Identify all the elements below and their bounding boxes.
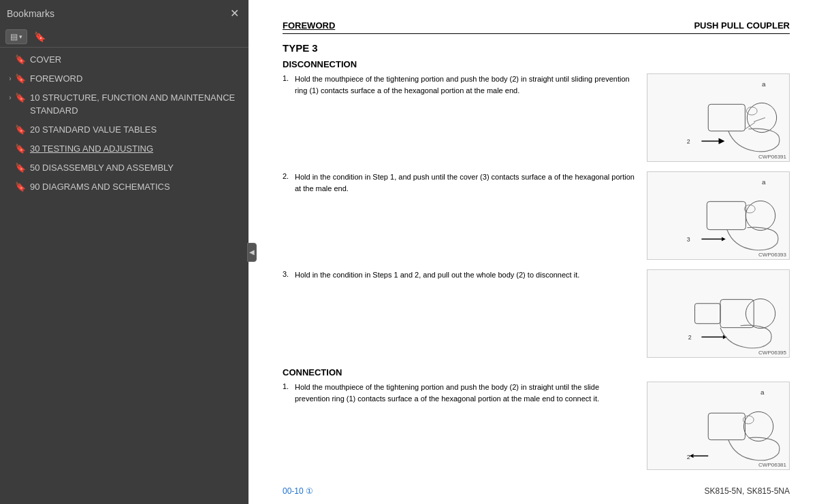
bookmark-list: › 🔖 COVER › 🔖 FOREWORD › 🔖 10 STRUCTURE,… xyxy=(0,48,249,504)
sidebar-title: Bookmarks xyxy=(7,8,54,19)
bookmark-flag-icon: 🔖 xyxy=(15,73,26,85)
step-2-image: a 3 CWP06393 xyxy=(647,171,790,260)
sidebar-item-label: 50 DISASSEMBLY AND ASSEMBLY xyxy=(30,162,243,174)
step-1-content: Hold the mouthpiece of the tightening po… xyxy=(295,73,636,96)
sidebar-item-label: 90 DIAGRAMS AND SCHEMATICS xyxy=(30,181,243,193)
image-code-3: CWP06395 xyxy=(758,350,786,356)
sidebar: Bookmarks ✕ ▤ ▾ 🔖 › 🔖 COVER › 🔖 FOREWORD… xyxy=(0,0,249,504)
connection-title: CONNECTION xyxy=(283,367,790,377)
sidebar-item-label: COVER xyxy=(30,54,243,66)
chevron-icon: › xyxy=(5,92,15,102)
view-options-button[interactable]: ▤ ▾ xyxy=(5,29,27,44)
svg-text:2: 2 xyxy=(687,138,690,145)
close-button[interactable]: ✕ xyxy=(227,5,242,21)
sidebar-item-label: 10 STRUCTURE, FUNCTION AND MAINTENANCE S… xyxy=(30,92,243,116)
step-3-number: 3. xyxy=(283,269,292,278)
sidebar-item-label: 30 TESTING AND ADJUSTING xyxy=(30,143,243,155)
page-viewer[interactable]: FOREWORD PUSH PULL COUPLER TYPE 3 DISCON… xyxy=(249,0,817,504)
sidebar-item-foreword[interactable]: › 🔖 FOREWORD xyxy=(0,69,249,88)
footer-page-number: 00-10 ① xyxy=(283,486,313,496)
bookmark-icon: 🔖 xyxy=(34,31,46,42)
sidebar-item-label: FOREWORD xyxy=(30,73,243,85)
dropdown-arrow-icon: ▾ xyxy=(19,33,22,40)
step-1-image: a 2 xyxy=(647,73,790,162)
svg-text:a: a xyxy=(762,80,766,88)
sidebar-item-standard[interactable]: › 🔖 20 STANDARD VALUE TABLES xyxy=(0,120,249,139)
connection-step-1-number: 1. xyxy=(283,382,292,390)
bookmark-add-button[interactable]: 🔖 xyxy=(30,29,50,44)
image-code-2: CWP06393 xyxy=(758,252,786,258)
grid-icon: ▤ xyxy=(10,32,18,41)
svg-rect-9 xyxy=(648,172,789,259)
bookmark-flag-icon: 🔖 xyxy=(15,124,26,136)
sidebar-item-diagrams[interactable]: › 🔖 90 DIAGRAMS AND SCHEMATICS xyxy=(0,178,249,197)
step-3-block: 3. Hold in the condition in Steps 1 and … xyxy=(283,269,790,358)
sidebar-item-disassembly[interactable]: › 🔖 50 DISASSEMBLY AND ASSEMBLY xyxy=(0,158,249,178)
connection-step-1-block: 1. Hold the mouthpiece of the tightening… xyxy=(283,382,790,470)
svg-rect-0 xyxy=(648,74,789,161)
step-2-text: 2. Hold in the condition in Step 1, and … xyxy=(283,171,636,194)
disconnection-title: DISCONNECTION xyxy=(283,59,790,69)
svg-text:3: 3 xyxy=(687,236,690,243)
step-1-block: 1. Hold the mouthpiece of the tightening… xyxy=(283,73,790,162)
header-left: FOREWORD xyxy=(283,20,335,31)
step-3-content: Hold in the condition in Steps 1 and 2, … xyxy=(295,269,579,281)
connection-image-code-1: CWP06381 xyxy=(758,462,786,468)
connection-step-1-image: a 2 CWP06381 xyxy=(647,382,790,470)
sidebar-toolbar: ▤ ▾ 🔖 xyxy=(0,27,249,48)
step-2-content: Hold in the condition in Step 1, and pus… xyxy=(295,171,636,194)
header-right: PUSH PULL COUPLER xyxy=(694,20,790,31)
image-code-1: CWP06391 xyxy=(758,154,786,160)
chevron-left-icon: ◀ xyxy=(249,248,255,256)
step-3-text: 3. Hold in the condition in Steps 1 and … xyxy=(283,269,636,281)
bookmark-flag-icon: 🔖 xyxy=(15,93,26,104)
footer-model: SK815-5N, SK815-5NA xyxy=(705,486,790,496)
sidebar-item-structure[interactable]: › 🔖 10 STRUCTURE, FUNCTION AND MAINTENAN… xyxy=(0,88,249,120)
step-3-image: 2 CWP06395 xyxy=(647,269,790,358)
bookmark-flag-icon: 🔖 xyxy=(15,54,26,66)
bookmark-flag-icon: 🔖 xyxy=(15,144,26,155)
sidebar-item-label: 20 STANDARD VALUE TABLES xyxy=(30,124,243,136)
step-2-block: 2. Hold in the condition in Step 1, and … xyxy=(283,171,790,260)
collapse-panel-button[interactable]: ◀ xyxy=(247,243,257,262)
svg-text:a: a xyxy=(762,178,766,186)
connection-step-1-content: Hold the mouthpiece of the tightening po… xyxy=(295,382,636,404)
main-content: FOREWORD PUSH PULL COUPLER TYPE 3 DISCON… xyxy=(249,0,817,504)
svg-text:2: 2 xyxy=(688,334,692,341)
sidebar-item-testing[interactable]: › 🔖 30 TESTING AND ADJUSTING xyxy=(0,139,249,158)
page-footer: 00-10 ① SK815-5N, SK815-5NA xyxy=(283,484,790,496)
sidebar-item-cover[interactable]: › 🔖 COVER xyxy=(0,50,249,69)
step-1-text: 1. Hold the mouthpiece of the tightening… xyxy=(283,73,636,96)
bookmark-flag-icon: 🔖 xyxy=(15,163,26,174)
svg-text:a: a xyxy=(760,388,765,396)
page-header: FOREWORD PUSH PULL COUPLER xyxy=(283,20,790,34)
type-title: TYPE 3 xyxy=(283,42,790,54)
sidebar-header: Bookmarks ✕ xyxy=(0,0,249,27)
step-2-number: 2. xyxy=(283,171,292,180)
connection-step-1-text: 1. Hold the mouthpiece of the tightening… xyxy=(283,382,636,404)
step-1-number: 1. xyxy=(283,73,292,82)
svg-rect-24 xyxy=(648,382,789,469)
bookmark-flag-icon: 🔖 xyxy=(15,182,26,193)
chevron-icon: › xyxy=(5,73,15,83)
svg-text:2: 2 xyxy=(687,454,690,460)
